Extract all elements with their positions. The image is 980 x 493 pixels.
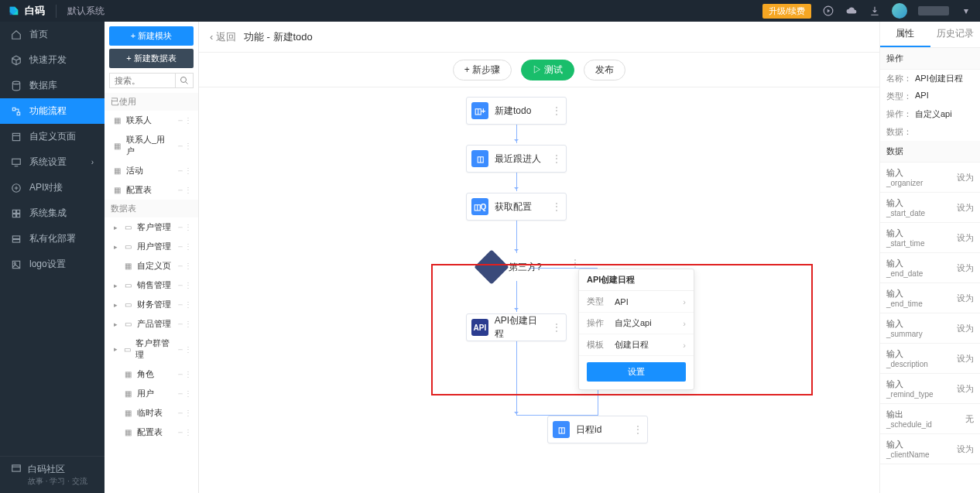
data-item[interactable]: 输入_remind_type设为 xyxy=(880,374,980,404)
publish-button[interactable]: 发布 xyxy=(584,60,625,80)
tree-item[interactable]: ▸▭用户管理⎓⋮ xyxy=(105,237,198,256)
used-item[interactable]: ▦配置表⎓⋮ xyxy=(105,180,198,200)
drag-handle-icon[interactable]: ⎓⋮ xyxy=(178,142,192,150)
set-as-link[interactable]: 无 xyxy=(965,413,974,425)
set-as-link[interactable]: 设为 xyxy=(957,383,974,395)
new-table-button[interactable]: + 新建数据表 xyxy=(109,49,194,68)
set-as-link[interactable]: 设为 xyxy=(957,202,974,214)
nav-home[interactable]: 首页 xyxy=(0,22,105,47)
data-item[interactable]: 输入_clientName设为 xyxy=(880,434,980,464)
used-item[interactable]: ▦联系人⎓⋮ xyxy=(105,111,198,130)
data-item[interactable]: 输入_summary设为 xyxy=(880,313,980,344)
flow-node-recent-follower[interactable]: ◫ 最近跟进人 ⋮ xyxy=(466,145,567,173)
svg-rect-12 xyxy=(12,239,19,242)
drag-handle-icon[interactable]: ⎓⋮ xyxy=(178,242,192,251)
tree-item[interactable]: ▦角色⎓⋮ xyxy=(105,365,198,384)
flow-canvas[interactable]: ◫+ 新建todo ⋮ ◫ 最近跟进人 ⋮ ◫Q 获取配置 ⋮ 第三方? ⋮ xyxy=(199,87,879,493)
tree-item[interactable]: ▸▭客户管理⎓⋮ xyxy=(105,217,198,237)
tree-item[interactable]: ▸▭产品管理⎓⋮ xyxy=(105,314,198,334)
nav-quickdev[interactable]: 快速开发 xyxy=(0,47,105,73)
chevron-down-icon[interactable]: ▾ xyxy=(960,5,972,17)
tree-item[interactable]: ▦自定义页⎓⋮ xyxy=(105,256,198,276)
cube-icon xyxy=(11,55,22,66)
flow-node-create-todo[interactable]: ◫+ 新建todo ⋮ xyxy=(466,97,567,125)
nav-logo[interactable]: logo设置 xyxy=(0,252,105,277)
drag-handle-icon[interactable]: ⎓⋮ xyxy=(178,223,192,231)
folder-icon: ▭ xyxy=(125,242,132,251)
nav-database[interactable]: 数据库 xyxy=(0,73,105,98)
tree-item[interactable]: ▸▭客户群管理⎓⋮ xyxy=(105,334,198,365)
back-button[interactable]: ‹ 返回 xyxy=(210,30,236,44)
download-icon[interactable] xyxy=(869,5,881,17)
flow-node-get-config[interactable]: ◫Q 获取配置 ⋮ xyxy=(466,193,567,221)
drag-handle-icon[interactable]: ⎓⋮ xyxy=(178,428,192,437)
data-item[interactable]: 输出_schedule_id无 xyxy=(880,404,980,434)
test-button[interactable]: ▷ 测试 xyxy=(521,60,574,80)
logo[interactable]: 白码 xyxy=(8,4,56,18)
set-as-link[interactable]: 设为 xyxy=(957,443,974,455)
popover-row[interactable]: 类型API› xyxy=(579,291,694,313)
node-more-icon[interactable]: ⋮ xyxy=(552,153,561,164)
system-name[interactable]: 默认系统 xyxy=(56,5,105,18)
set-as-link[interactable]: 设为 xyxy=(957,323,974,334)
drag-handle-icon[interactable]: ⎓⋮ xyxy=(178,409,192,417)
nav-flow[interactable]: 功能流程 xyxy=(0,98,105,124)
data-item[interactable]: 输入_description设为 xyxy=(880,344,980,374)
tab-history[interactable]: 历史记录 xyxy=(930,22,981,47)
used-item[interactable]: ▦活动⎓⋮ xyxy=(105,161,198,180)
drag-handle-icon[interactable]: ⎓⋮ xyxy=(178,370,192,378)
set-as-link[interactable]: 设为 xyxy=(957,172,974,183)
drag-handle-icon[interactable]: ⎓⋮ xyxy=(178,186,192,194)
flow-node-schedule-id[interactable]: ◫ 日程id ⋮ xyxy=(547,416,648,443)
secondary-panel: + 新建模块 + 新建数据表 已使用 ▦联系人⎓⋮▦联系人_用户⎓⋮▦活动⎓⋮▦… xyxy=(105,22,199,493)
used-item[interactable]: ▦联系人_用户⎓⋮ xyxy=(105,130,198,161)
play-icon[interactable] xyxy=(822,5,834,17)
data-item[interactable]: 输入_end_date设为 xyxy=(880,253,980,283)
popover-settings-button[interactable]: 设置 xyxy=(587,362,686,382)
data-item[interactable]: 输入_organizer设为 xyxy=(880,163,980,193)
cube-search-icon: ◫Q xyxy=(471,198,488,215)
node-more-icon[interactable]: ⋮ xyxy=(633,424,642,435)
upgrade-button[interactable]: 升级/续费 xyxy=(762,4,811,19)
nav-custompage[interactable]: 自定义页面 xyxy=(0,124,105,149)
set-as-link[interactable]: 设为 xyxy=(957,232,974,244)
community-link[interactable]: 白码社区 故事 · 学习 · 交流 xyxy=(0,456,105,493)
data-item[interactable]: 输入_start_time设为 xyxy=(880,223,980,253)
nav-settings[interactable]: 系统设置› xyxy=(0,149,105,175)
data-item[interactable]: 输入_end_time设为 xyxy=(880,283,980,313)
node-more-icon[interactable]: ⋮ xyxy=(552,105,561,116)
set-as-link[interactable]: 设为 xyxy=(957,262,974,274)
tree-item[interactable]: ▸▭销售管理⎓⋮ xyxy=(105,276,198,295)
tab-properties[interactable]: 属性 xyxy=(880,22,930,47)
property-row: 操作：自定义api xyxy=(880,105,980,123)
cloud-icon[interactable] xyxy=(845,5,858,17)
drag-handle-icon[interactable]: ⎓⋮ xyxy=(178,281,192,289)
new-step-button[interactable]: + 新步骤 xyxy=(453,60,512,80)
popover-row[interactable]: 操作自定义api› xyxy=(579,313,694,334)
drag-handle-icon[interactable]: ⎓⋮ xyxy=(178,262,192,270)
node-more-icon[interactable]: ⋮ xyxy=(552,201,561,212)
popover-row[interactable]: 模板创建日程› xyxy=(579,334,694,356)
set-as-link[interactable]: 设为 xyxy=(957,293,974,304)
crumb-path: 功能 - 新建todo xyxy=(244,30,313,44)
username[interactable] xyxy=(918,6,949,15)
nav-private[interactable]: 私有化部署 xyxy=(0,226,105,252)
search-icon[interactable] xyxy=(175,73,194,88)
data-item[interactable]: 输入_start_date设为 xyxy=(880,193,980,223)
nav-api[interactable]: API对接 xyxy=(0,175,105,200)
tree-item[interactable]: ▦临时表⎓⋮ xyxy=(105,403,198,423)
drag-handle-icon[interactable]: ⎓⋮ xyxy=(178,320,192,328)
set-as-link[interactable]: 设为 xyxy=(957,353,974,365)
drag-handle-icon[interactable]: ⎓⋮ xyxy=(178,116,192,125)
drag-handle-icon[interactable]: ⎓⋮ xyxy=(178,300,192,309)
new-module-button[interactable]: + 新建模块 xyxy=(109,26,194,46)
drag-handle-icon[interactable]: ⎓⋮ xyxy=(178,345,192,354)
search-input[interactable] xyxy=(109,73,175,88)
tree-item[interactable]: ▦用户⎓⋮ xyxy=(105,384,198,403)
tree-item[interactable]: ▸▭财务管理⎓⋮ xyxy=(105,295,198,314)
drag-handle-icon[interactable]: ⎓⋮ xyxy=(178,389,192,398)
tree-item[interactable]: ▦配置表⎓⋮ xyxy=(105,423,198,442)
avatar[interactable] xyxy=(892,3,907,19)
nav-integration[interactable]: 系统集成 xyxy=(0,200,105,226)
drag-handle-icon[interactable]: ⎓⋮ xyxy=(178,166,192,175)
